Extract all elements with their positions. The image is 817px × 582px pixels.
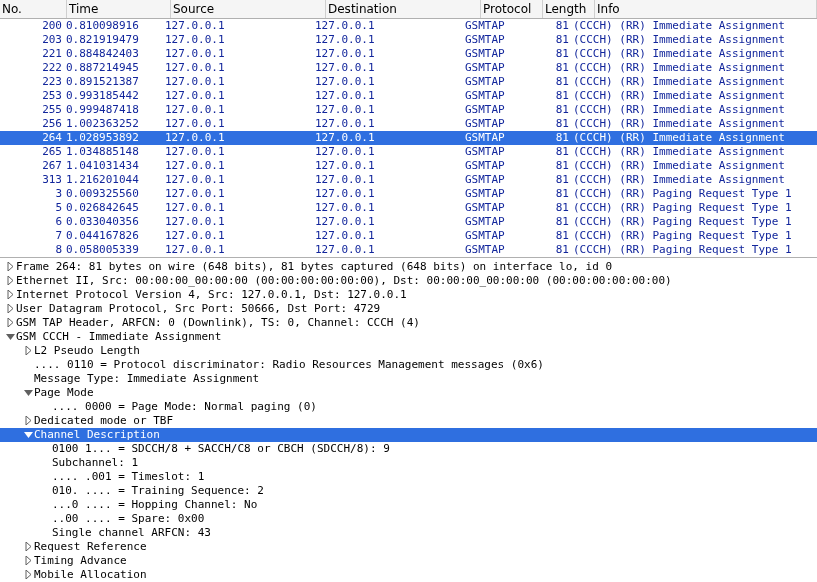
cell-len: 81 — [522, 89, 573, 103]
expander-closed-icon[interactable] — [4, 316, 16, 330]
expander-closed-icon[interactable] — [22, 554, 34, 568]
cell-no: 3 — [0, 187, 66, 201]
packet-row[interactable]: 80.058005339127.0.0.1127.0.0.1GSMTAP81(C… — [0, 243, 817, 257]
cell-len: 81 — [522, 103, 573, 117]
tree-item[interactable]: Frame 264: 81 bytes on wire (648 bits), … — [0, 260, 817, 274]
expander-closed-icon[interactable] — [22, 414, 34, 428]
tree-item-label: Dedicated mode or TBF — [34, 414, 173, 428]
packet-list[interactable]: No. Time Source Destination Protocol Len… — [0, 0, 817, 258]
cell-time: 0.026842645 — [66, 201, 165, 215]
cell-info: (CCCH) (RR) Paging Request Type 1 — [573, 243, 817, 257]
column-header-no[interactable]: No. — [0, 0, 67, 18]
cell-no: 200 — [0, 19, 66, 33]
packet-row[interactable]: 2671.041031434127.0.0.1127.0.0.1GSMTAP81… — [0, 159, 817, 173]
tree-item[interactable]: .... 0000 = Page Mode: Normal paging (0) — [0, 400, 817, 414]
cell-prot: GSMTAP — [465, 187, 522, 201]
packet-row[interactable]: 30.009325560127.0.0.1127.0.0.1GSMTAP81(C… — [0, 187, 817, 201]
cell-time: 1.216201044 — [66, 173, 165, 187]
packet-row[interactable]: 2000.810098916127.0.0.1127.0.0.1GSMTAP81… — [0, 19, 817, 33]
cell-prot: GSMTAP — [465, 145, 522, 159]
cell-prot: GSMTAP — [465, 173, 522, 187]
cell-dst: 127.0.0.1 — [315, 19, 465, 33]
tree-item[interactable]: Single channel ARFCN: 43 — [0, 526, 817, 540]
expander-closed-icon[interactable] — [22, 344, 34, 358]
expander-closed-icon[interactable] — [22, 540, 34, 554]
column-header-protocol[interactable]: Protocol — [481, 0, 543, 18]
cell-time: 0.810098916 — [66, 19, 165, 33]
tree-item[interactable]: Channel Description — [0, 428, 817, 442]
expander-open-icon[interactable] — [4, 330, 16, 344]
cell-time: 1.041031434 — [66, 159, 165, 173]
tree-item[interactable]: 0100 1... = SDCCH/8 + SACCH/C8 or CBCH (… — [0, 442, 817, 456]
expander-closed-icon[interactable] — [4, 288, 16, 302]
tree-item-label: Request Reference — [34, 540, 147, 554]
cell-dst: 127.0.0.1 — [315, 229, 465, 243]
cell-time: 1.028953892 — [66, 131, 165, 145]
cell-no: 222 — [0, 61, 66, 75]
tree-item[interactable]: Subchannel: 1 — [0, 456, 817, 470]
tree-item[interactable]: ..00 .... = Spare: 0x00 — [0, 512, 817, 526]
packet-row[interactable]: 2030.821919479127.0.0.1127.0.0.1GSMTAP81… — [0, 33, 817, 47]
expander-closed-icon[interactable] — [4, 274, 16, 288]
packet-row[interactable]: 2550.999487418127.0.0.1127.0.0.1GSMTAP81… — [0, 103, 817, 117]
expander-closed-icon[interactable] — [22, 568, 34, 582]
cell-src: 127.0.0.1 — [165, 187, 315, 201]
cell-no: 223 — [0, 75, 66, 89]
tree-item[interactable]: Ethernet II, Src: 00:00:00_00:00:00 (00:… — [0, 274, 817, 288]
column-header-time[interactable]: Time — [67, 0, 171, 18]
packet-row[interactable]: 2220.887214945127.0.0.1127.0.0.1GSMTAP81… — [0, 61, 817, 75]
cell-time: 0.884842403 — [66, 47, 165, 61]
tree-item[interactable]: User Datagram Protocol, Src Port: 50666,… — [0, 302, 817, 316]
packet-row[interactable]: 2530.993185442127.0.0.1127.0.0.1GSMTAP81… — [0, 89, 817, 103]
tree-item-label: Timing Advance — [34, 554, 127, 568]
tree-item[interactable]: ...0 .... = Hopping Channel: No — [0, 498, 817, 512]
cell-time: 0.044167826 — [66, 229, 165, 243]
tree-item[interactable]: GSM CCCH - Immediate Assignment — [0, 330, 817, 344]
tree-item[interactable]: Timing Advance — [0, 554, 817, 568]
tree-item[interactable]: GSM TAP Header, ARFCN: 0 (Downlink), TS:… — [0, 316, 817, 330]
expander-closed-icon[interactable] — [4, 302, 16, 316]
cell-info: (CCCH) (RR) Immediate Assignment — [573, 33, 817, 47]
column-header-source[interactable]: Source — [171, 0, 326, 18]
expander-open-icon[interactable] — [22, 386, 34, 400]
cell-prot: GSMTAP — [465, 47, 522, 61]
tree-item-label: L2 Pseudo Length — [34, 344, 140, 358]
cell-src: 127.0.0.1 — [165, 75, 315, 89]
tree-item-label: Internet Protocol Version 4, Src: 127.0.… — [16, 288, 407, 302]
cell-dst: 127.0.0.1 — [315, 187, 465, 201]
tree-item[interactable]: Mobile Allocation — [0, 568, 817, 582]
cell-no: 6 — [0, 215, 66, 229]
cell-len: 81 — [522, 75, 573, 89]
column-header-info[interactable]: Info — [595, 0, 817, 18]
cell-src: 127.0.0.1 — [165, 19, 315, 33]
packet-row[interactable]: 2641.028953892127.0.0.1127.0.0.1GSMTAP81… — [0, 131, 817, 145]
cell-dst: 127.0.0.1 — [315, 61, 465, 75]
packet-row[interactable]: 2210.884842403127.0.0.1127.0.0.1GSMTAP81… — [0, 47, 817, 61]
tree-item[interactable]: .... .001 = Timeslot: 1 — [0, 470, 817, 484]
cell-len: 81 — [522, 173, 573, 187]
cell-time: 0.821919479 — [66, 33, 165, 47]
packet-row[interactable]: 2651.034885148127.0.0.1127.0.0.1GSMTAP81… — [0, 145, 817, 159]
packet-row[interactable]: 70.044167826127.0.0.1127.0.0.1GSMTAP81(C… — [0, 229, 817, 243]
tree-item[interactable]: Request Reference — [0, 540, 817, 554]
column-header-destination[interactable]: Destination — [326, 0, 481, 18]
packet-row[interactable]: 3131.216201044127.0.0.1127.0.0.1GSMTAP81… — [0, 173, 817, 187]
tree-item[interactable]: Message Type: Immediate Assignment — [0, 372, 817, 386]
expander-closed-icon[interactable] — [4, 260, 16, 274]
tree-item-label: .... 0110 = Protocol discriminator: Radi… — [34, 358, 544, 372]
expander-open-icon[interactable] — [22, 428, 34, 442]
tree-item[interactable]: L2 Pseudo Length — [0, 344, 817, 358]
tree-item[interactable]: .... 0110 = Protocol discriminator: Radi… — [0, 358, 817, 372]
packet-row[interactable]: 50.026842645127.0.0.1127.0.0.1GSMTAP81(C… — [0, 201, 817, 215]
tree-item[interactable]: Page Mode — [0, 386, 817, 400]
packet-row[interactable]: 2561.002363252127.0.0.1127.0.0.1GSMTAP81… — [0, 117, 817, 131]
tree-item-label: User Datagram Protocol, Src Port: 50666,… — [16, 302, 380, 316]
tree-item[interactable]: Internet Protocol Version 4, Src: 127.0.… — [0, 288, 817, 302]
tree-item[interactable]: Dedicated mode or TBF — [0, 414, 817, 428]
packet-row[interactable]: 60.033040356127.0.0.1127.0.0.1GSMTAP81(C… — [0, 215, 817, 229]
packet-row[interactable]: 2230.891521387127.0.0.1127.0.0.1GSMTAP81… — [0, 75, 817, 89]
tree-item[interactable]: 010. .... = Training Sequence: 2 — [0, 484, 817, 498]
packet-details-tree[interactable]: Frame 264: 81 bytes on wire (648 bits), … — [0, 258, 817, 582]
tree-item-label: GSM TAP Header, ARFCN: 0 (Downlink), TS:… — [16, 316, 420, 330]
column-header-length[interactable]: Length — [543, 0, 595, 18]
